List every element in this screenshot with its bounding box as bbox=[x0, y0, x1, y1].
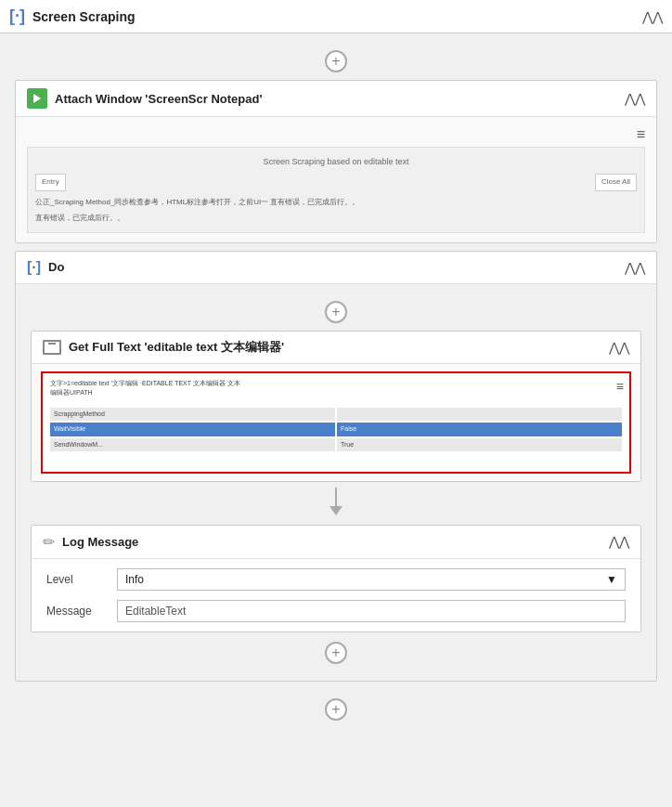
log-message-title: Log Message bbox=[62, 535, 138, 549]
gft-menu-button[interactable]: ≡ bbox=[616, 379, 624, 394]
log-message-collapse-button[interactable]: ⋀⋀ bbox=[609, 535, 629, 548]
arrow-connector bbox=[330, 488, 342, 515]
gft-preview-text: 文字>1=editable text '文字编辑 ·EDITABLE TEXT … bbox=[43, 373, 629, 458]
attach-window-collapse-button[interactable]: ⋀⋀ bbox=[625, 92, 645, 105]
attach-preview-btn2: Close All bbox=[595, 174, 637, 191]
top-bar-left: [·] Screen Scraping bbox=[9, 7, 136, 26]
top-add-button[interactable]: + bbox=[325, 50, 347, 72]
level-select[interactable]: Info ▼ bbox=[117, 568, 626, 591]
attach-preview-text2: 公正_Scraping Method_同步检查参考，HTML标注参考打开，之前U… bbox=[35, 197, 637, 209]
message-label: Message bbox=[46, 605, 102, 618]
do-body: + Get Full Text 'editable text 文本编辑器' ⋀⋀… bbox=[16, 284, 656, 681]
log-message-header: ✏ Log Message ⋀⋀ bbox=[32, 526, 640, 559]
do-header-left: [·] Do bbox=[27, 259, 64, 276]
do-top-add-button[interactable]: + bbox=[325, 301, 347, 323]
gft-table-cell bbox=[337, 408, 622, 422]
log-level-row: Level Info ▼ bbox=[46, 568, 626, 591]
attach-window-menu-button[interactable]: ≡ bbox=[637, 126, 645, 143]
arrow-head bbox=[330, 506, 342, 515]
do-card: [·] Do ⋀⋀ + Get Full Text 'editable text… bbox=[15, 251, 657, 682]
bottom-add-button[interactable]: + bbox=[325, 698, 347, 721]
do-bottom-add-button[interactable]: + bbox=[325, 642, 347, 664]
gft-table-cell4: True bbox=[337, 438, 622, 452]
attach-preview-text1: Screen Scraping based on editable text bbox=[35, 155, 637, 168]
log-message-body: Level Info ▼ Message bbox=[32, 559, 640, 631]
arrow-line bbox=[335, 488, 337, 506]
pencil-icon: ✏ bbox=[43, 533, 55, 551]
gft-table-cell-selected2: False bbox=[337, 423, 622, 436]
do-title: Do bbox=[48, 260, 64, 274]
gft-header-left: Get Full Text 'editable text 文本编辑器' bbox=[43, 339, 284, 356]
screen-icon bbox=[43, 340, 61, 355]
gft-table: ScrappingMethod WaitVisible False SendWi… bbox=[50, 408, 622, 452]
attach-preview-text3: 直有错误，已完成后行。。 bbox=[35, 213, 637, 225]
get-full-text-body: ≡ 文字>1=editable text '文字编辑 ·EDITABLE TEX… bbox=[32, 364, 640, 481]
page-title: Screen Scraping bbox=[32, 9, 136, 24]
attach-window-card: Attach Window 'ScreenScr Notepad' ⋀⋀ ≡ S… bbox=[15, 80, 657, 243]
gft-table-cell: ScrappingMethod bbox=[50, 408, 335, 422]
do-collapse-button[interactable]: ⋀⋀ bbox=[625, 261, 645, 274]
message-input[interactable] bbox=[117, 600, 626, 622]
gft-line2: 编辑器UIPATH bbox=[50, 388, 622, 398]
green-arrow-icon bbox=[27, 88, 47, 109]
gft-table-cell3: SendWindowM... bbox=[50, 438, 335, 452]
get-full-text-preview: ≡ 文字>1=editable text '文字编辑 ·EDITABLE TEX… bbox=[41, 371, 631, 474]
attach-window-body: ≡ Screen Scraping based on editable text… bbox=[16, 117, 656, 242]
do-bracket-icon: [·] bbox=[27, 259, 41, 276]
attach-preview-btn: Entry bbox=[35, 174, 66, 191]
top-collapse-button[interactable]: ⋀⋀ bbox=[642, 10, 663, 23]
log-message-row: Message bbox=[46, 600, 626, 622]
bracket-icon: [·] bbox=[9, 7, 25, 26]
top-bar: [·] Screen Scraping ⋀⋀ bbox=[0, 0, 672, 33]
chevron-down-icon: ▼ bbox=[606, 573, 617, 586]
log-header-left: ✏ Log Message bbox=[43, 533, 138, 551]
get-full-text-title: Get Full Text 'editable text 文本编辑器' bbox=[69, 339, 284, 356]
gft-table-cell-selected: WaitVisible bbox=[50, 423, 335, 436]
svg-marker-0 bbox=[33, 94, 41, 103]
attach-window-title: Attach Window 'ScreenScr Notepad' bbox=[55, 92, 263, 106]
main-content: + Attach Window 'ScreenScr Notepad' ⋀⋀ ≡… bbox=[0, 33, 672, 807]
get-full-text-card: Get Full Text 'editable text 文本编辑器' ⋀⋀ ≡… bbox=[31, 331, 641, 482]
get-full-text-header: Get Full Text 'editable text 文本编辑器' ⋀⋀ bbox=[32, 332, 640, 364]
gft-line1: 文字>1=editable text '文字编辑 ·EDITABLE TEXT … bbox=[50, 379, 622, 389]
attach-window-header-left: Attach Window 'ScreenScr Notepad' bbox=[27, 88, 263, 109]
do-header: [·] Do ⋀⋀ bbox=[16, 252, 656, 284]
attach-window-header: Attach Window 'ScreenScr Notepad' ⋀⋀ bbox=[16, 81, 656, 117]
level-value: Info bbox=[125, 573, 144, 586]
log-message-card: ✏ Log Message ⋀⋀ Level Info ▼ Message bbox=[31, 525, 641, 632]
get-full-text-collapse-button[interactable]: ⋀⋀ bbox=[609, 341, 629, 354]
level-label: Level bbox=[46, 573, 102, 586]
